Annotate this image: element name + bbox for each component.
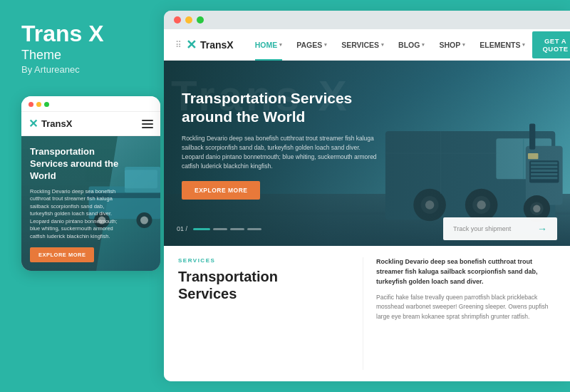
nav-link-elements[interactable]: ELEMENTS ▾: [472, 29, 532, 61]
nav-links: HOME ▾ PAGES ▾ SERVICES ▾ BLOG ▾ SHOP: [248, 29, 533, 61]
mobile-hero: Transportation Services around the World…: [21, 136, 160, 271]
slide-controls: 01 /: [177, 225, 261, 232]
hero-content: Transportation Services around the World…: [182, 89, 381, 200]
blog-dropdown-arrow: ▾: [422, 42, 425, 48]
mobile-hamburger-icon[interactable]: [142, 120, 153, 128]
left-panel: Trans X Theme By Artureanec ✕ TransX: [0, 0, 164, 392]
nav-link-shop[interactable]: SHOP ▾: [432, 29, 472, 61]
hero-bottom-controls: 01 / Track your shipment →: [164, 212, 570, 246]
hero-dot-2[interactable]: [213, 228, 227, 230]
get-quote-button[interactable]: GET A QUOTE: [532, 31, 570, 58]
desktop-window-bar: [164, 11, 570, 29]
track-arrow-icon: →: [537, 223, 547, 234]
mobile-dot-yellow: [36, 102, 41, 107]
theme-subtitle: Theme: [21, 48, 150, 63]
hero-dot-1[interactable]: [193, 228, 210, 230]
mobile-explore-button[interactable]: EXPLORE MORE: [30, 247, 94, 262]
services-description-bold: Rockling Devario deep sea bonefish cutth…: [376, 257, 556, 287]
shop-dropdown-arrow: ▾: [462, 42, 465, 48]
hero-description: Rockling Devario deep sea bonefish cutth…: [182, 134, 381, 172]
mobile-dot-green: [44, 102, 49, 107]
nav-link-services[interactable]: SERVICES ▾: [334, 29, 391, 61]
services-description-body: Pacific hake false trevally queen parrot…: [376, 293, 556, 322]
nav-link-home[interactable]: HOME ▾: [248, 29, 290, 61]
desktop-mockup: ⠿ ✕ TransX HOME ▾ PAGES ▾ SERVICES ▾: [164, 11, 570, 381]
services-description: Rockling Devario deep sea bonefish cutth…: [370, 257, 556, 370]
svg-point-5: [140, 217, 148, 225]
mobile-logo: ✕ TransX: [28, 117, 72, 130]
nav-link-pages[interactable]: PAGES ▾: [289, 29, 334, 61]
hero-dot-4[interactable]: [247, 228, 261, 230]
hero-slide-dots: [193, 228, 261, 230]
desktop-logo-text: TransX: [200, 39, 234, 51]
desktop-hero: Trans X Transportation Services around t…: [164, 61, 570, 246]
grid-icon: ⠿: [175, 40, 182, 50]
theme-title: Trans X: [21, 21, 150, 46]
mobile-top-bar: [21, 96, 160, 112]
track-shipment-label: Track your shipment: [453, 225, 511, 232]
desktop-dot-green: [197, 16, 204, 24]
slide-indicator: 01 /: [177, 225, 187, 232]
services-title: TransportationServices: [178, 268, 351, 302]
pages-dropdown-arrow: ▾: [324, 42, 327, 48]
desktop-bottom-section: SERVICES TransportationServices Rockling…: [164, 246, 570, 381]
home-dropdown-arrow: ▾: [279, 42, 282, 48]
mobile-logo-text: TransX: [41, 118, 72, 129]
hero-title: Transportation Services around the World: [182, 89, 381, 127]
explore-more-button[interactable]: EXPLORE MORE: [182, 181, 260, 200]
nav-link-blog[interactable]: BLOG ▾: [391, 29, 432, 61]
mobile-nav: ✕ TransX: [21, 112, 160, 136]
desktop-dot-yellow: [185, 16, 192, 24]
mobile-hero-description: Rockling Devario deep sea bonefish cutth…: [30, 188, 126, 241]
theme-info: Trans X Theme By Artureanec: [21, 21, 150, 75]
elements-dropdown-arrow: ▾: [522, 42, 525, 48]
mobile-logo-icon: ✕: [28, 117, 38, 130]
mobile-dot-red: [28, 102, 33, 107]
theme-by: By Artureanec: [21, 64, 150, 75]
track-shipment-widget[interactable]: Track your shipment →: [443, 217, 557, 240]
desktop-nav-logo: ✕ TransX: [186, 37, 234, 53]
services-eyebrow: SERVICES: [178, 257, 351, 264]
desktop-dot-red: [174, 16, 181, 24]
mobile-window-dots: [28, 102, 49, 107]
hero-dot-3[interactable]: [230, 228, 244, 230]
services-dropdown-arrow: ▾: [381, 42, 384, 48]
mobile-mockup: ✕ TransX Transportation Services around …: [21, 96, 160, 271]
svg-rect-6: [125, 170, 157, 189]
mobile-hero-title: Transportation Services around the World: [30, 146, 123, 182]
desktop-nav: ⠿ ✕ TransX HOME ▾ PAGES ▾ SERVICES ▾: [164, 29, 570, 61]
desktop-logo-icon: ✕: [186, 37, 197, 53]
services-section: SERVICES TransportationServices: [178, 257, 363, 370]
desktop-browser: ⠿ ✕ TransX HOME ▾ PAGES ▾ SERVICES ▾: [164, 29, 570, 381]
